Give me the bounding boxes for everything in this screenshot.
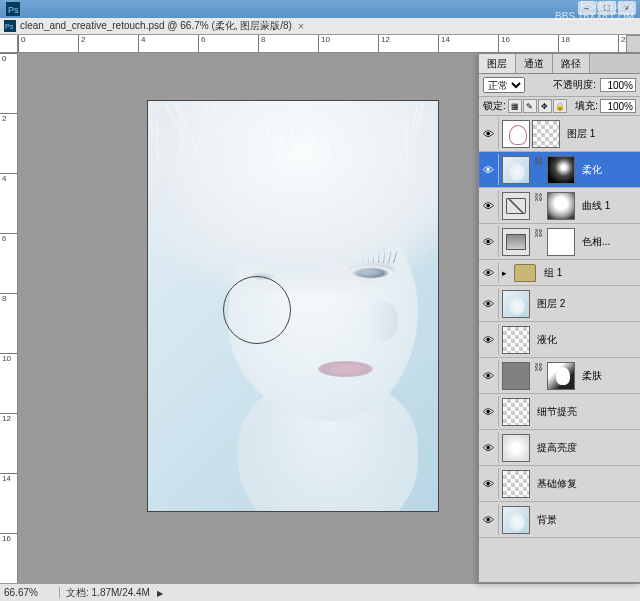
layer-mask-thumbnail[interactable] xyxy=(547,192,575,220)
folder-icon xyxy=(514,264,536,282)
layer-thumbnail[interactable] xyxy=(502,120,530,148)
layer-lock-row: 锁定: ▦ ✎ ✥ 🔒 填充: xyxy=(479,97,640,116)
fill-label: 填充: xyxy=(575,99,598,113)
lock-position-icon[interactable]: ✥ xyxy=(538,99,552,113)
layer-row[interactable]: 👁图层 2 xyxy=(479,286,640,322)
visibility-toggle[interactable]: 👁 xyxy=(479,118,499,149)
link-icon[interactable]: ⛓ xyxy=(532,192,545,220)
layer-mask-thumbnail[interactable] xyxy=(547,362,575,390)
layer-name[interactable]: 色相... xyxy=(578,235,640,249)
canvas-image xyxy=(148,101,438,511)
layers-list[interactable]: 👁图层 1👁⛓柔化👁⛓曲线 1👁⛓色相...👁▸组 1👁图层 2👁液化👁⛓柔肤👁… xyxy=(479,116,640,574)
collapsed-panel-strip[interactable] xyxy=(626,35,640,53)
vertical-ruler[interactable]: 024681012141618 xyxy=(0,53,18,583)
ps-doc-icon: Ps xyxy=(4,20,16,32)
layer-row[interactable]: 👁▸组 1 xyxy=(479,260,640,286)
visibility-toggle[interactable]: 👁 xyxy=(479,432,499,463)
layer-thumbnail[interactable] xyxy=(502,228,530,256)
tab-paths[interactable]: 路径 xyxy=(553,54,590,73)
layer-thumbnail[interactable] xyxy=(502,326,530,354)
visibility-toggle[interactable]: 👁 xyxy=(479,324,499,355)
panel-tab-bar: 图层 通道 路径 xyxy=(479,54,640,74)
docsize-readout[interactable]: 文档: 1.87M/24.4M ▶ xyxy=(60,586,169,600)
close-button[interactable]: × xyxy=(618,1,636,15)
chevron-right-icon[interactable]: ▶ xyxy=(157,589,163,598)
layer-row[interactable]: 👁⛓曲线 1 xyxy=(479,188,640,224)
group-expand-arrow[interactable]: ▸ xyxy=(499,268,510,278)
opacity-label: 不透明度: xyxy=(553,78,596,92)
layer-mask-thumbnail[interactable] xyxy=(547,228,575,256)
visibility-toggle[interactable]: 👁 xyxy=(479,360,499,391)
layer-name[interactable]: 组 1 xyxy=(540,266,640,280)
svg-text:Ps: Ps xyxy=(8,5,19,15)
layer-row[interactable]: 👁图层 1 xyxy=(479,116,640,152)
visibility-toggle[interactable]: 👁 xyxy=(479,190,499,221)
document-tab-bar: Ps clean_and_creative_retouch.psd @ 66.7… xyxy=(0,18,640,35)
status-bar: 66.67% 文档: 1.87M/24.4M ▶ xyxy=(0,583,640,601)
layer-mask-thumbnail[interactable] xyxy=(547,156,575,184)
layer-thumbnail[interactable] xyxy=(502,434,530,462)
document-tab-label[interactable]: clean_and_creative_retouch.psd @ 66.7% (… xyxy=(20,19,292,33)
layer-name[interactable]: 液化 xyxy=(533,333,640,347)
layer-thumbnail[interactable] xyxy=(502,398,530,426)
layers-panel: 图层 通道 路径 正常 不透明度: 锁定: ▦ ✎ ✥ 🔒 填充: 👁图层 1👁… xyxy=(478,53,640,583)
maximize-button[interactable]: □ xyxy=(598,1,616,15)
visibility-toggle[interactable]: 👁 xyxy=(479,288,499,319)
lock-transparency-icon[interactable]: ▦ xyxy=(508,99,522,113)
layer-row[interactable]: 👁基础修复 xyxy=(479,466,640,502)
layer-thumbnail[interactable] xyxy=(502,290,530,318)
layer-name[interactable]: 细节提亮 xyxy=(533,405,640,419)
layer-row[interactable]: 👁液化 xyxy=(479,322,640,358)
document-canvas[interactable] xyxy=(148,101,438,511)
tab-channels[interactable]: 通道 xyxy=(516,54,553,73)
layer-thumbnail[interactable] xyxy=(502,470,530,498)
visibility-toggle[interactable]: 👁 xyxy=(479,226,499,257)
ruler-origin[interactable] xyxy=(0,35,18,53)
zoom-field[interactable]: 66.67% xyxy=(0,587,60,598)
layer-name[interactable]: 柔化 xyxy=(578,163,640,177)
layer-row[interactable]: 👁⛓色相... xyxy=(479,224,640,260)
lock-all-icon[interactable]: 🔒 xyxy=(553,99,567,113)
layer-mask-thumbnail[interactable] xyxy=(532,120,560,148)
layer-name[interactable]: 基础修复 xyxy=(533,477,640,491)
link-icon[interactable]: ⛓ xyxy=(532,362,545,390)
layer-row[interactable]: 👁⛓柔肤 xyxy=(479,358,640,394)
app-titlebar: Ps – □ × xyxy=(0,0,640,18)
layer-name[interactable]: 图层 1 xyxy=(563,127,640,141)
visibility-toggle[interactable]: 👁 xyxy=(479,262,499,283)
visibility-toggle[interactable]: 👁 xyxy=(479,154,499,185)
layer-blend-row: 正常 不透明度: xyxy=(479,74,640,97)
layer-name[interactable]: 提高亮度 xyxy=(533,441,640,455)
layer-name[interactable]: 背景 xyxy=(533,513,640,527)
document-tab-close[interactable]: × xyxy=(298,21,304,32)
visibility-toggle[interactable]: 👁 xyxy=(479,468,499,499)
lock-label: 锁定: xyxy=(483,99,506,113)
layer-name[interactable]: 图层 2 xyxy=(533,297,640,311)
app-logo-icon: Ps xyxy=(6,2,20,16)
link-icon[interactable]: ⛓ xyxy=(532,228,545,256)
layer-thumbnail[interactable] xyxy=(502,192,530,220)
minimize-button[interactable]: – xyxy=(578,1,596,15)
tab-layers[interactable]: 图层 xyxy=(479,54,516,73)
layer-row[interactable]: 👁细节提亮 xyxy=(479,394,640,430)
layer-row[interactable]: 👁背景 xyxy=(479,502,640,538)
link-icon[interactable]: ⛓ xyxy=(532,156,545,184)
visibility-toggle[interactable]: 👁 xyxy=(479,396,499,427)
opacity-input[interactable] xyxy=(600,78,636,92)
lock-pixels-icon[interactable]: ✎ xyxy=(523,99,537,113)
layer-thumbnail[interactable] xyxy=(502,506,530,534)
horizontal-ruler[interactable]: 0246810121416182022 xyxy=(18,35,640,53)
layer-name[interactable]: 曲线 1 xyxy=(578,199,640,213)
blend-mode-select[interactable]: 正常 xyxy=(483,77,525,93)
svg-text:Ps: Ps xyxy=(5,23,14,30)
fill-input[interactable] xyxy=(600,99,636,113)
window-controls: – □ × xyxy=(578,1,636,15)
layer-thumbnail[interactable] xyxy=(502,156,530,184)
visibility-toggle[interactable]: 👁 xyxy=(479,504,499,535)
layer-thumbnail[interactable] xyxy=(502,362,530,390)
layer-row[interactable]: 👁提高亮度 xyxy=(479,430,640,466)
layer-name[interactable]: 柔肤 xyxy=(578,369,640,383)
layer-row[interactable]: 👁⛓柔化 xyxy=(479,152,640,188)
